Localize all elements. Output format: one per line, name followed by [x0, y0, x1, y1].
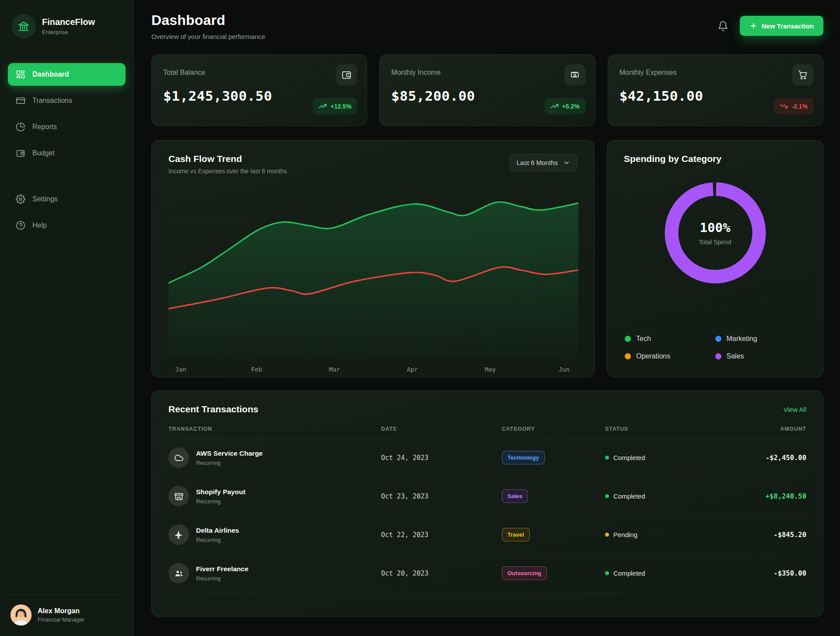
legend-label: Sales [727, 352, 744, 360]
column-header-date: Date [381, 426, 502, 432]
wallet-card-icon [336, 64, 357, 85]
spending-title: Spending by Category [624, 154, 806, 164]
trend-down-icon [780, 102, 788, 110]
column-header-status: Status [605, 426, 714, 432]
transaction-name: Fiverr Freelance [196, 565, 248, 573]
category-badge: Sales [502, 489, 528, 503]
transaction-date: Oct 22, 2023 [381, 531, 502, 539]
transaction-frequency: Recurring [196, 498, 245, 505]
sidebar-item-label: Reports [32, 123, 57, 131]
stat-card: Monthly Expenses $42,150.00 -2.1% [608, 54, 823, 126]
plane-icon [168, 524, 189, 545]
stats-row: Total Balance $1,245,300.50 +12.5% Month… [151, 54, 823, 126]
avatar [10, 604, 32, 625]
legend-label: Tech [636, 335, 651, 343]
sidebar-item-settings[interactable]: Settings [8, 188, 126, 211]
range-selector[interactable]: Last 6 Months [509, 154, 578, 172]
column-header-amount: Amount [714, 426, 806, 432]
page-title: Dashboard [151, 12, 265, 28]
transaction-amount: -$350.00 [714, 569, 806, 577]
legend-label: Operations [636, 352, 670, 360]
table-row[interactable]: Fiverr Freelance Recurring Oct 20, 2023 … [168, 554, 806, 593]
sidebar-item-label: Budget [32, 149, 55, 157]
transaction-name: Shopify Payout [196, 488, 245, 496]
view-all-link[interactable]: View All [784, 406, 806, 413]
transaction-status: Completed [605, 492, 714, 500]
bank-icon [11, 14, 36, 39]
category-badge: Outsourcing [502, 566, 547, 580]
stat-change-badge: -2.1% [774, 98, 813, 114]
user-name: Alex Morgan [38, 607, 84, 615]
user-profile[interactable]: Alex Morgan Financial Manager [8, 604, 126, 625]
brand: FinanceFlow Enterprise [8, 11, 126, 43]
secondary-nav: Settings Help [8, 188, 126, 237]
status-dot [605, 533, 609, 537]
legend-dot [715, 336, 721, 342]
dashboard-icon [16, 70, 25, 79]
trend-up-icon [318, 102, 327, 110]
column-header-transaction: Transaction [168, 426, 381, 432]
svg-text:Jan: Jan [175, 366, 186, 373]
transactions-header-row: TransactionDateCategoryStatusAmount [168, 426, 806, 439]
sidebar-item-dashboard[interactable]: Dashboard [8, 63, 126, 86]
status-dot [605, 571, 609, 575]
transaction-date: Oct 23, 2023 [381, 492, 502, 500]
legend-item: Operations [625, 352, 715, 360]
primary-nav: Dashboard Transactions Reports Budget [8, 63, 126, 165]
main-content: Dashboard Overview of your financial per… [134, 0, 840, 636]
legend-item: Tech [625, 335, 715, 343]
transaction-frequency: Recurring [196, 537, 239, 543]
legend-label: Marketing [727, 335, 757, 343]
plus-icon [749, 22, 757, 30]
sidebar-item-help[interactable]: Help [8, 214, 126, 237]
sidebar: FinanceFlow Enterprise Dashboard Transac… [0, 0, 134, 636]
new-transaction-label: New Transaction [762, 22, 814, 30]
user-role: Financial Manager [38, 616, 84, 623]
banknote-icon [564, 64, 585, 85]
bell-icon[interactable] [718, 21, 728, 32]
sidebar-item-label: Transactions [32, 97, 72, 105]
sidebar-item-budget[interactable]: Budget [8, 142, 126, 165]
table-row[interactable]: AWS Service Charge Recurring Oct 24, 202… [168, 439, 806, 477]
sidebar-item-transactions[interactable]: Transactions [8, 89, 126, 112]
transaction-name: Delta Airlines [196, 527, 239, 534]
cloud-icon [168, 447, 189, 468]
spending-legend: Tech Marketing Operations Sales [624, 335, 806, 364]
transaction-date: Oct 20, 2023 [381, 569, 502, 577]
page-subtitle: Overview of your financial performance [151, 33, 265, 40]
transaction-status: Completed [605, 569, 714, 577]
category-badge: Travel [502, 528, 530, 541]
stat-change-badge: +12.5% [313, 98, 357, 114]
transactions-title: Recent Transactions [168, 404, 258, 415]
store-icon [168, 486, 189, 506]
new-transaction-button[interactable]: New Transaction [740, 16, 823, 36]
cash-flow-title: Cash Flow Trend [168, 154, 287, 164]
svg-text:Feb: Feb [251, 366, 262, 373]
stat-label: Total Balance [163, 69, 355, 77]
legend-item: Sales [715, 352, 806, 360]
legend-dot [715, 353, 721, 359]
table-row[interactable]: Delta Airlines Recurring Oct 22, 2023 Tr… [168, 516, 806, 554]
gear-icon [16, 194, 25, 204]
stat-card: Total Balance $1,245,300.50 +12.5% [151, 54, 367, 126]
cash-flow-subtitle: Income vs Expenses over the last 6 month… [168, 168, 287, 175]
stat-change-value: +12.5% [330, 103, 351, 110]
cart-icon [792, 64, 813, 85]
svg-text:Mar: Mar [329, 366, 340, 373]
user-divider [9, 594, 125, 595]
status-dot [605, 494, 609, 498]
recent-transactions-card: Recent Transactions View All Transaction… [151, 390, 823, 617]
legend-item: Marketing [715, 335, 806, 343]
table-row[interactable]: Shopify Payout Recurring Oct 23, 2023 Sa… [168, 477, 806, 516]
topbar: Dashboard Overview of your financial per… [151, 12, 823, 40]
svg-text:Jun: Jun [559, 366, 570, 373]
sidebar-item-reports[interactable]: Reports [8, 116, 126, 138]
stat-change-value: -2.1% [791, 103, 808, 110]
svg-text:May: May [485, 366, 496, 373]
category-badge: Technology [502, 451, 545, 464]
transactions-body: AWS Service Charge Recurring Oct 24, 202… [168, 439, 806, 593]
transaction-amount: -$2,450.00 [714, 454, 806, 462]
app-tagline: Enterprise [42, 29, 95, 35]
transaction-name: AWS Service Charge [196, 450, 262, 457]
users-icon [168, 563, 189, 583]
